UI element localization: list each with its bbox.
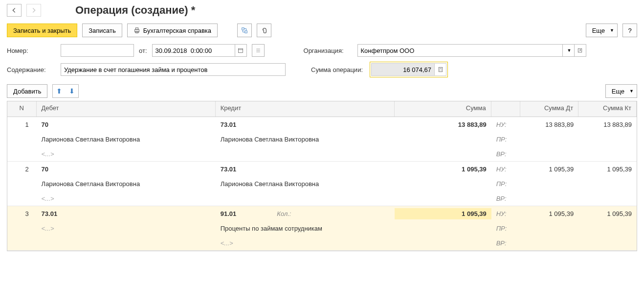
cell-credit-sub1[interactable]: Ларионова Светлана Викторовна bbox=[216, 134, 395, 145]
org-label: Организация: bbox=[304, 47, 353, 54]
list-mode-button[interactable] bbox=[252, 44, 265, 57]
tag-nu: НУ: bbox=[491, 119, 521, 130]
table-row[interactable]: 2 70 73.01 1 095,39 НУ: 1 095,39 1 095,3… bbox=[7, 162, 637, 206]
cell-debit-sub1[interactable]: Ларионова Светлана Викторовна bbox=[37, 178, 216, 190]
chevron-down-icon: ▼ bbox=[610, 28, 614, 33]
cell-debit-sub1[interactable]: <...> bbox=[37, 223, 216, 234]
cell-debit-sub2[interactable]: <...> bbox=[37, 148, 216, 160]
cell-sum[interactable]: 1 095,39 bbox=[395, 164, 491, 175]
column-credit[interactable]: Кредит bbox=[216, 101, 395, 117]
calculator-icon bbox=[438, 67, 444, 72]
chevron-down-icon: ▼ bbox=[629, 89, 634, 94]
table-more-label: Еще bbox=[612, 88, 624, 95]
cell-debit-sub2[interactable] bbox=[37, 241, 216, 245]
cell-sum[interactable]: 13 883,89 bbox=[395, 119, 491, 130]
add-row-button[interactable]: Добавить bbox=[7, 84, 47, 98]
mode-button[interactable] bbox=[237, 24, 252, 37]
content-input[interactable] bbox=[61, 63, 286, 76]
column-tag bbox=[491, 101, 521, 117]
svg-point-16 bbox=[441, 71, 441, 71]
org-dropdown-button[interactable]: ▼ bbox=[563, 44, 575, 57]
cell-debit-account[interactable]: 70 bbox=[37, 164, 216, 175]
arrow-left-icon bbox=[11, 7, 18, 14]
cell-credit-sub1[interactable]: Проценты по займам сотрудникам bbox=[216, 223, 395, 234]
chevron-down-icon: ▼ bbox=[567, 48, 572, 53]
cell-credit-account[interactable]: 73.01 bbox=[216, 164, 395, 175]
content-label: Содержание: bbox=[7, 66, 56, 73]
cell-debit-account[interactable]: 70 bbox=[37, 119, 216, 130]
cell-sum[interactable]: 1 095,39 bbox=[395, 208, 491, 219]
tag-pr: ПР: bbox=[491, 134, 521, 145]
column-sumkt[interactable]: Сумма Кт bbox=[578, 101, 637, 117]
printer-icon bbox=[133, 27, 140, 34]
cell-sumdt: 1 095,39 bbox=[520, 208, 578, 219]
number-input[interactable] bbox=[61, 44, 134, 57]
cell-debit-account[interactable]: 73.01 bbox=[37, 208, 216, 219]
column-debit[interactable]: Дебет bbox=[37, 101, 216, 117]
accounting-reference-button[interactable]: Бухгалтерская справка bbox=[127, 24, 218, 37]
column-sumdt[interactable]: Сумма Дт bbox=[520, 101, 578, 117]
cell-credit-sub1[interactable]: Ларионова Светлана Викторовна bbox=[216, 178, 395, 190]
cell-sumkt: 1 095,39 bbox=[578, 208, 637, 219]
cell-sumdt: 1 095,39 bbox=[520, 164, 578, 175]
svg-rect-3 bbox=[242, 28, 244, 30]
column-n[interactable]: N bbox=[7, 101, 37, 117]
cell-debit-sub2[interactable]: <...> bbox=[37, 193, 216, 204]
calculator-button[interactable] bbox=[435, 63, 446, 76]
date-input[interactable] bbox=[152, 44, 235, 57]
tag-nu: НУ: bbox=[491, 164, 521, 175]
sum-input[interactable] bbox=[371, 63, 435, 76]
column-sum[interactable]: Сумма bbox=[395, 101, 491, 117]
more-button[interactable]: Еще▼ bbox=[586, 24, 618, 37]
tag-nu: НУ: bbox=[491, 208, 521, 219]
more-label: Еще bbox=[592, 27, 605, 34]
cell-credit-sub2[interactable] bbox=[216, 152, 395, 156]
svg-rect-4 bbox=[245, 31, 247, 33]
cell-sumdt: 13 883,89 bbox=[520, 119, 578, 130]
table-row[interactable]: 1 70 73.01 13 883,89 НУ: 13 883,89 13 88… bbox=[7, 117, 637, 162]
svg-point-14 bbox=[441, 69, 441, 70]
cell-n: 1 bbox=[7, 119, 37, 130]
attach-button[interactable] bbox=[257, 24, 271, 37]
swap-icon bbox=[241, 27, 248, 34]
help-button[interactable]: ? bbox=[622, 24, 637, 37]
list-icon bbox=[255, 48, 261, 53]
cell-n: 3 bbox=[7, 208, 37, 219]
svg-point-13 bbox=[439, 69, 440, 70]
arrow-right-icon bbox=[30, 7, 37, 14]
page-title: Операция (создание) * bbox=[75, 4, 195, 17]
tag-vr: ВР: bbox=[491, 238, 521, 249]
forward-button[interactable] bbox=[26, 4, 41, 17]
from-label: от: bbox=[139, 47, 147, 54]
cell-credit-account[interactable]: 91.01 Кол.: bbox=[216, 208, 395, 219]
clip-icon bbox=[261, 27, 267, 34]
cell-credit-sub2[interactable] bbox=[216, 196, 395, 200]
cell-credit-account[interactable]: 73.01 bbox=[216, 119, 395, 130]
entries-table: N Дебет Кредит Сумма Сумма Дт Сумма Кт 1… bbox=[7, 101, 637, 251]
accounting-reference-label: Бухгалтерская справка bbox=[143, 27, 211, 34]
cell-debit-sub1[interactable]: Ларионова Светлана Викторовна bbox=[37, 134, 216, 145]
cell-sumkt: 1 095,39 bbox=[578, 164, 637, 175]
cell-n: 2 bbox=[7, 164, 37, 175]
calendar-button[interactable] bbox=[235, 44, 247, 57]
back-button[interactable] bbox=[7, 4, 22, 17]
table-more-button[interactable]: Еще▼ bbox=[605, 84, 637, 98]
org-open-button[interactable] bbox=[575, 44, 586, 57]
tag-vr: ВР: bbox=[491, 148, 521, 160]
cell-sumkt: 13 883,89 bbox=[578, 119, 637, 130]
table-row[interactable]: 3 73.01 91.01 Кол.: 1 095,39 НУ: 1 095,3… bbox=[7, 206, 637, 251]
open-icon bbox=[577, 48, 583, 53]
tag-pr: ПР: bbox=[491, 178, 521, 190]
svg-rect-5 bbox=[239, 48, 243, 52]
cell-credit-sub2[interactable]: <...> bbox=[216, 238, 395, 249]
svg-rect-1 bbox=[135, 28, 138, 30]
move-up-button[interactable]: ⬆ bbox=[53, 85, 65, 97]
move-down-button[interactable]: ⬇ bbox=[66, 85, 78, 97]
number-label: Номер: bbox=[7, 47, 56, 54]
save-and-close-button[interactable]: Записать и закрыть bbox=[7, 24, 77, 37]
tag-pr: ПР: bbox=[491, 223, 521, 234]
calendar-icon bbox=[238, 48, 244, 53]
org-input[interactable] bbox=[357, 44, 563, 57]
svg-point-15 bbox=[439, 71, 440, 71]
save-button[interactable]: Записать bbox=[82, 24, 122, 37]
